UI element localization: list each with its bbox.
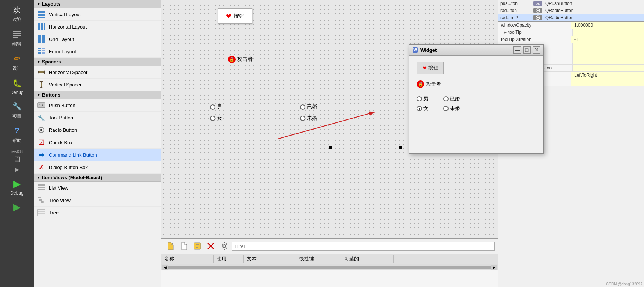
widget-grid-layout[interactable]: Grid Layout [34, 33, 161, 45]
window-button-label: 按钮 [428, 65, 438, 71]
settings-action-icon[interactable] [218, 240, 230, 252]
radio-female[interactable]: 女 [210, 115, 222, 122]
widget-push-button[interactable]: OK Push Button [34, 99, 161, 112]
section-spacers[interactable]: ▼ Spacers [34, 58, 161, 66]
svg-rect-33 [38, 197, 41, 198]
tree-icon [37, 208, 46, 217]
window-label-badge: 🔒 [417, 80, 424, 88]
toolbar-welcome[interactable]: 欢 欢迎 [2, 2, 32, 25]
window-title: Widget [420, 47, 511, 53]
radio-married-label: 已婚 [307, 104, 317, 110]
svg-rect-10 [38, 35, 41, 39]
play-icon: ▶ [11, 178, 23, 190]
push-button-icon: OK [37, 101, 46, 110]
sel-handle-bm[interactable] [399, 146, 402, 149]
svg-rect-30 [38, 184, 45, 186]
svg-rect-1 [13, 33, 21, 34]
widget-command-link-button[interactable]: ➡ Command Link Button [34, 149, 161, 161]
window-close-btn[interactable]: ✕ [533, 46, 540, 54]
grid-layout-icon [37, 35, 46, 44]
radio-married[interactable]: 已婚 [300, 104, 317, 110]
widget-tree-view[interactable]: Tree View [34, 194, 161, 207]
heart-icon: ❤ [226, 12, 231, 20]
project-icon: 🔧 [11, 100, 23, 112]
widget-tool-button[interactable]: 🔧 Tool Button [34, 112, 161, 124]
svg-rect-13 [42, 39, 45, 43]
widget-tree[interactable]: Tree [34, 207, 161, 219]
filter-input[interactable] [232, 242, 495, 251]
section-buttons[interactable]: ▼ Buttons [34, 91, 161, 99]
svg-rect-4 [38, 11, 45, 13]
window-radio-female[interactable]: 女 [417, 105, 428, 112]
widget-list-view[interactable]: List View [34, 182, 161, 194]
window-radio-married[interactable]: 已婚 [443, 95, 460, 102]
object-list: pus...ton OK QPushButton rad...ton QRadi… [498, 0, 644, 22]
canvas-push-button[interactable]: ❤ 按钮 [218, 8, 252, 24]
window-maximize-btn[interactable]: □ [523, 46, 531, 54]
list-view-icon [37, 183, 46, 192]
new-action-icon[interactable] [164, 240, 176, 252]
svg-rect-16 [38, 50, 41, 51]
widget-dialog-button-box[interactable]: ✗ Dialog Button Box [34, 161, 161, 174]
tool-button-icon: 🔧 [37, 113, 46, 122]
obj-row-1[interactable]: pus...ton OK QPushButton [498, 0, 644, 7]
toolbar-help[interactable]: ? 帮助 [2, 122, 32, 146]
svg-point-44 [223, 245, 226, 248]
svg-line-40 [278, 112, 375, 139]
widget-form-layout[interactable]: Form Layout [34, 45, 161, 58]
svg-marker-21 [38, 70, 39, 74]
radio-group-gender: 男 女 [210, 99, 222, 126]
delete-action-icon[interactable] [205, 240, 217, 252]
widget-horizontal-spacer[interactable]: Horizontal Spacer [34, 66, 161, 79]
prop-window-opacity[interactable]: windowOpacity 1.000000 [498, 22, 644, 29]
toolbar-debug[interactable]: 🐛 Debug [2, 75, 32, 97]
radio-male-label: 男 [217, 104, 222, 110]
horizontal-scrollbar[interactable]: ◀ ▶ [161, 264, 498, 270]
svg-rect-36 [38, 209, 45, 216]
left-toolbar: 欢 欢迎 编辑 ✏ 设计 🐛 Debug 🔧 项目 ? 帮助 test08 🖥 … [0, 0, 34, 287]
scrollbar-thumb[interactable] [168, 266, 491, 269]
scroll-left-btn[interactable]: ◀ [162, 265, 168, 270]
svg-rect-12 [38, 39, 41, 43]
window-heart-icon: ❤ [423, 65, 427, 71]
prop-tooltip[interactable]: toolTip [498, 29, 644, 36]
section-item-views[interactable]: ▼ Item Views (Model-Based) [34, 174, 161, 182]
window-logo-icon: W [412, 47, 418, 53]
obj-row-3[interactable]: rad...n_2 QRadioButton [498, 14, 644, 21]
svg-text:W: W [413, 48, 417, 52]
window-radio-male[interactable]: 男 [417, 95, 428, 102]
widget-horizontal-layout[interactable]: Horizontal Layout [34, 21, 161, 33]
window-push-button[interactable]: ❤ 按钮 [417, 62, 444, 74]
canvas-button-label: 按钮 [234, 13, 244, 20]
svg-rect-9 [44, 23, 45, 30]
radio-female-circle [210, 116, 215, 121]
window-radio-single[interactable]: 未婚 [443, 105, 460, 112]
action-icons [161, 239, 498, 254]
edit-action-icon[interactable] [191, 240, 203, 252]
svg-marker-25 [39, 86, 44, 88]
widget-radio-button[interactable]: Radio Button [34, 124, 161, 136]
widget-check-box[interactable]: ☑ Check Box [34, 136, 161, 149]
prop-tooltip-duration[interactable]: toolTipDuration -1 [498, 36, 644, 43]
scroll-right-btn[interactable]: ▶ [491, 265, 497, 270]
window-minimize-btn[interactable]: — [513, 46, 521, 54]
sel-handle-bl[interactable] [329, 146, 332, 149]
new2-action-icon[interactable] [178, 240, 190, 252]
radio-male-circle [210, 104, 215, 110]
svg-rect-3 [13, 37, 18, 38]
widget-vertical-spacer[interactable]: Vertical Spacer [34, 79, 161, 91]
toolbar-design[interactable]: ✏ 设计 [2, 50, 32, 74]
toolbar-debug2[interactable]: ▶ Debug [2, 175, 32, 198]
radio-male[interactable]: 男 [210, 104, 222, 110]
toolbar-test08[interactable]: test08 🖥 ▶ [2, 147, 32, 175]
design-icon: ✏ [11, 53, 23, 65]
toolbar-edit[interactable]: 编辑 [2, 26, 32, 50]
obj-row-2[interactable]: rad...ton QRadioButton [498, 7, 644, 14]
svg-point-46 [537, 10, 539, 11]
th-use: 使用 [214, 255, 244, 263]
section-layouts[interactable]: ▼ Layouts [34, 0, 161, 8]
widget-vertical-layout[interactable]: Vertical Layout [34, 8, 161, 21]
toolbar-project[interactable]: 🔧 项目 [2, 98, 32, 122]
toolbar-run[interactable]: ▶ [2, 199, 32, 216]
radio-single[interactable]: 未婚 [300, 115, 317, 122]
